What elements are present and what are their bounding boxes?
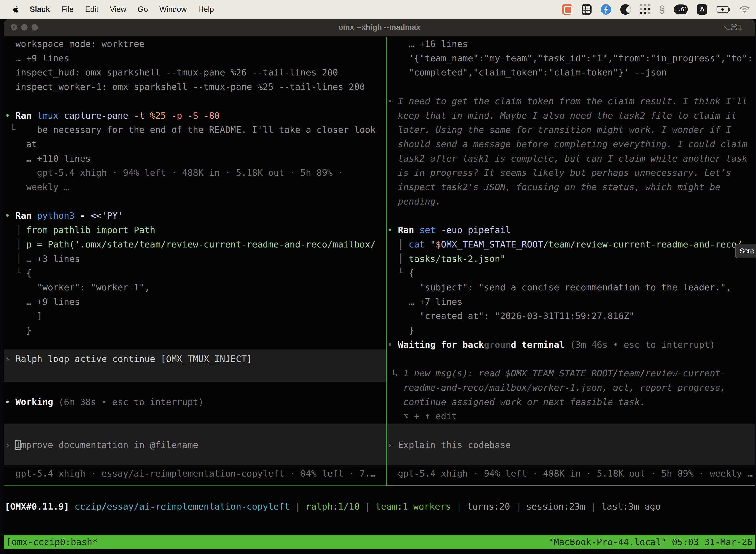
terminal-line: "created_at": "2026-03-31T11:59:27.816Z"	[387, 309, 634, 323]
terminal-line: should send a message before completing …	[387, 137, 747, 151]
grid-shield-icon[interactable]	[582, 4, 591, 15]
terminal-line: │ cat "$OMX_TEAM_STATE_ROOT/team/review-…	[387, 237, 742, 252]
terminal-line: }	[5, 323, 32, 338]
terminal-line: task2 after task1 is complete, but can I…	[387, 151, 747, 166]
tmux-session-label: [omx-cczip0:bash*	[4, 537, 98, 547]
omx-status-line: [OMX#0.11.9] cczip/essay/ai-reimplementa…	[5, 499, 660, 514]
close-button[interactable]	[11, 24, 17, 31]
apple-menu-icon[interactable]	[12, 5, 19, 14]
terminal-line: │ p = Path('.omx/state/team/review-curre…	[5, 237, 376, 252]
terminal-line: • Ran tmux capture-pane -t %25 -p -S -80	[5, 108, 220, 123]
terminal-line: }	[387, 323, 414, 338]
terminal-line: … +7 lines	[387, 295, 462, 309]
terminal-line: weekly …	[5, 180, 69, 195]
window-shortcut-badge: ⌥⌘1	[721, 19, 742, 36]
screen: Slack FileEditViewGoWindowHelp § ..61 A	[0, 0, 756, 554]
terminal-line: • Ran set -euo pipefail	[387, 223, 511, 237]
wifi-icon[interactable]	[740, 6, 750, 13]
dark-circle-icon[interactable]	[620, 4, 631, 15]
terminal-line: └ be necessary for the end of the README…	[5, 123, 376, 137]
menu-item-go[interactable]: Go	[138, 5, 148, 14]
terminal-line: inspect_hud: omx sparkshell --tmux-pane …	[5, 65, 338, 80]
terminal-line: • I need to get the claim token from the…	[387, 94, 747, 108]
prompt-input-line[interactable]: › Explain this codebase	[387, 438, 511, 452]
terminal-line: is in progress? It seems likely but perh…	[387, 166, 731, 180]
terminal-line: │ tasks/task-2.json"	[387, 252, 505, 266]
terminal-line: readme-and-reco/mailbox/worker-1.json, a…	[387, 381, 726, 395]
zoom-button[interactable]	[32, 24, 38, 31]
minimize-button[interactable]	[21, 24, 27, 31]
tmux-host-clock-label: "MacBook-Pro-44.local" 05:03 31-Mar-26	[548, 537, 755, 547]
terminal-line: … +16 lines	[387, 37, 468, 51]
terminal-line: ]	[5, 309, 43, 323]
overlay-label: Scre	[739, 247, 754, 255]
menu-items: FileEditViewGoWindowHelp	[50, 5, 214, 14]
working-status-line: • Working (6m 38s • esc to interrupt)	[5, 395, 204, 409]
terminal-line: … +9 lines	[5, 295, 80, 309]
terminal-line: │ … +3 lines	[5, 252, 80, 266]
edit-hint-line: ⌥ + ↑ edit	[387, 409, 457, 424]
terminal-line: inspect task2's JSON, focusing on the st…	[387, 180, 720, 195]
pane-status-line: gpt-5.4 xhigh · 94% left · 488K in · 5.1…	[387, 466, 753, 481]
menu-app-name[interactable]: Slack	[30, 5, 50, 14]
terminal-line: inspect_worker-1: omx sparkshell --tmux-…	[5, 80, 365, 94]
input-source-icon[interactable]: A	[697, 4, 707, 15]
terminal-line: pending.	[387, 195, 441, 209]
pane-status-line: gpt-5.4 xhigh · essay/ai-reimplementatio…	[5, 466, 376, 481]
menu-status-icons: § ..61 A	[562, 4, 750, 15]
terminal-line: gpt-5.4 xhigh · 94% left · 488K in · 5.1…	[5, 166, 343, 180]
blue-badge-icon[interactable]	[601, 4, 611, 15]
terminal-line: • Ran python3 - <<'PY'	[5, 209, 123, 223]
menu-item-view[interactable]: View	[110, 5, 126, 14]
terminal-line: │ from pathlib import Path	[5, 223, 155, 237]
menu-item-file[interactable]: File	[61, 5, 74, 14]
terminal-line: keep that in mind. Maybe I also need the…	[387, 108, 737, 123]
terminal-line: '{"team_name":"my-team","task_id":"1","f…	[387, 51, 753, 65]
terminal-line: "subject": "send a concise recommendatio…	[387, 280, 731, 295]
terminal-line: "completed","claim_token":"claim-token"}…	[387, 65, 667, 80]
menu-item-window[interactable]: Window	[159, 5, 187, 14]
waiting-status-line: • Waiting for background terminal (3m 46…	[387, 338, 715, 352]
prompt-input-line[interactable]: › Improve documentation in @filename	[5, 438, 198, 452]
menu-item-edit[interactable]: Edit	[85, 5, 98, 14]
terminal-line: … +110 lines	[5, 151, 91, 166]
terminal-line: └ {	[387, 266, 414, 280]
terminal-line: "worker": "worker-1",	[5, 280, 150, 295]
terminal-line: └ {	[5, 266, 32, 280]
terminal-line: ↳ 1 new msg(s): read $OMX_TEAM_STATE_ROO…	[387, 366, 726, 381]
text-cursor[interactable]: I	[15, 440, 21, 450]
right-pane-border	[387, 486, 755, 486]
menu-item-help[interactable]: Help	[198, 5, 214, 14]
window-title: omx --xhigh --madmax	[338, 19, 421, 36]
terminal-line: later. Using the same for transition mig…	[387, 123, 731, 137]
hook-icon[interactable]: §	[659, 4, 665, 14]
screen-notification-overlay: Scre	[735, 244, 756, 258]
battery-charging-icon[interactable]	[716, 6, 731, 13]
terminal-line: … +9 lines	[5, 51, 69, 65]
tmux-status-bar: [omx-cczip0:bash* "MacBook-Pro-44.local"…	[4, 535, 755, 549]
terminal-line: continue assigned work or next feasible …	[387, 395, 645, 409]
chat-app-icon[interactable]	[562, 4, 572, 15]
terminal-line: at	[5, 137, 37, 151]
dots-grid-icon[interactable]	[640, 4, 650, 14]
terminal-line: workspace_mode: worktree	[5, 37, 145, 51]
badge-61-icon[interactable]: ..61	[674, 4, 688, 14]
left-pane-border	[4, 486, 386, 486]
menu-bar: Slack FileEditViewGoWindowHelp § ..61 A	[0, 0, 756, 19]
ralph-loop-status-line: › Ralph loop active continue [OMX_TMUX_I…	[5, 352, 252, 366]
window-title-bar: omx --xhigh --madmax ⌥⌘1	[4, 19, 755, 36]
